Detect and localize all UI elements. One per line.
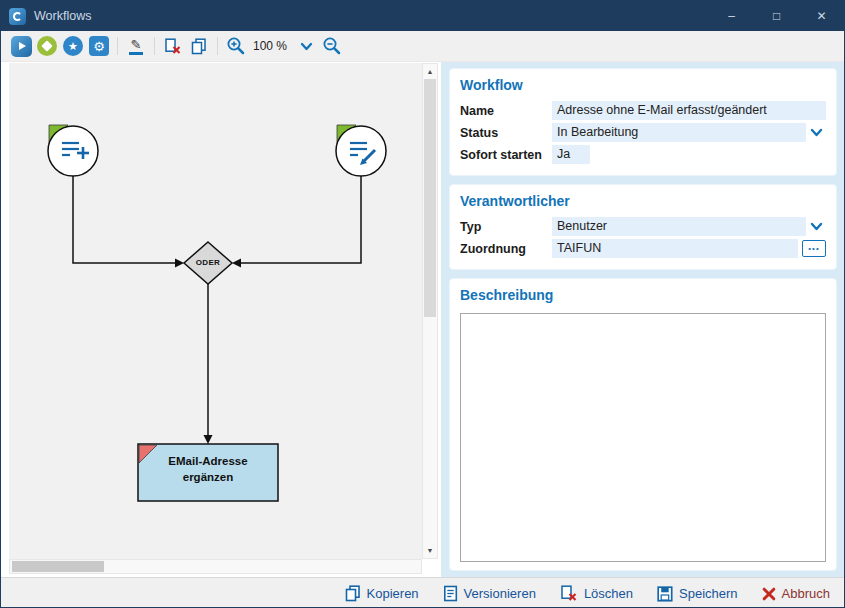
star-icon: ★ [63,36,83,56]
zoom-level-value[interactable]: 100 % [253,39,287,53]
scroll-up-icon[interactable]: ▲ [423,68,437,75]
typ-select[interactable]: Benutzer [552,217,806,236]
edit-color-button[interactable]: ✎ [123,34,149,58]
copy-icon [345,585,361,602]
window-controls: – □ ✕ [709,1,844,31]
name-input[interactable]: Adresse ohne E-Mail erfasst/geändert [552,101,826,120]
toolbar: ★ ⚙ ✎ [1,31,844,62]
zuordnung-row: Zuordnung TAIFUN ••• [460,239,826,258]
gear-icon: ⚙ [89,36,109,56]
zoom-in-icon [226,36,246,56]
verantwortlicher-card: Verantwortlicher Typ Benutzer Zuordnung … [449,184,837,270]
tag-icon [37,36,57,56]
version-document-icon [443,585,458,602]
ellipsis-icon: ••• [808,244,819,253]
verantwortlicher-heading: Verantwortlicher [460,193,826,209]
workflow-card: Workflow Name Adresse ohne E-Mail erfass… [449,68,837,176]
scroll-down-icon[interactable]: ▼ [423,547,437,554]
loeschen-button[interactable]: Löschen [560,585,633,602]
zuordnung-label: Zuordnung [460,242,552,256]
workflow-heading: Workflow [460,77,826,93]
connector-lines [73,176,361,435]
chevron-down-icon [810,128,823,137]
window-title: Workflows [34,9,91,23]
delete-element-button[interactable] [160,34,186,58]
cancel-x-icon [762,587,776,601]
toolbar-separator [117,37,118,55]
minimize-button[interactable]: – [709,1,754,31]
beschreibung-textarea[interactable] [460,313,826,562]
typ-label: Typ [460,220,552,234]
sofort-row: Sofort starten Ja [460,145,826,164]
horizontal-scrollbar[interactable] [9,559,422,574]
sofort-starten-label: Sofort starten [460,148,552,162]
save-icon [657,586,673,602]
name-row: Name Adresse ohne E-Mail erfasst/geänder… [460,101,826,120]
app-window: Workflows – □ ✕ ★ ⚙ ✎ [0,0,845,608]
zoom-in-button[interactable] [223,34,249,58]
copy-icon [191,38,207,55]
copy-element-button[interactable] [186,34,212,58]
typ-row: Typ Benutzer [460,217,826,236]
typ-dropdown-button[interactable] [806,222,826,231]
status-label: Status [460,126,552,140]
or-gateway-label: ODER [184,258,232,267]
sofort-starten-input[interactable]: Ja [552,145,590,164]
action-node-label: EMail-Adresse ergänzen [138,454,278,485]
beschreibung-card: Beschreibung [449,278,837,571]
zuordnung-lookup-button[interactable]: ••• [802,240,826,257]
kopieren-button[interactable]: Kopieren [345,585,419,602]
footer-bar: Kopieren Versionieren Löschen [1,577,844,608]
chevron-down-icon [810,222,823,231]
delete-document-icon [164,38,182,55]
vertical-scrollbar[interactable]: ▲ ▼ [422,63,438,559]
speichern-button[interactable]: Speichern [657,586,738,602]
settings-button[interactable]: ⚙ [86,34,112,58]
beschreibung-heading: Beschreibung [460,287,826,303]
titlebar: Workflows – □ ✕ [1,1,844,31]
workflow-icon [11,36,32,57]
status-dropdown-button[interactable] [806,128,826,137]
chevron-down-icon [300,42,313,51]
status-row: Status In Bearbeitung [460,123,826,142]
new-workflow-button[interactable] [8,34,34,58]
start-node-edit-record[interactable] [336,125,386,176]
delete-document-icon [560,585,578,602]
toolbar-separator [154,37,155,55]
vertical-scrollbar-thumb[interactable] [424,79,436,317]
abbruch-button[interactable]: Abbruch [762,586,830,601]
favorite-button[interactable]: ★ [60,34,86,58]
app-logo-icon [9,8,26,25]
zoom-out-button[interactable] [319,34,345,58]
zoom-out-icon [322,36,342,56]
toolbar-separator [217,37,218,55]
tag-button[interactable] [34,34,60,58]
workflow-canvas[interactable]: ODER EMail-Adresse ergänzen [9,63,422,559]
name-label: Name [460,104,552,118]
close-button[interactable]: ✕ [799,1,844,31]
horizontal-scrollbar-thumb[interactable] [12,561,104,572]
status-select[interactable]: In Bearbeitung [552,123,806,142]
pencil-icon: ✎ [129,38,143,55]
start-node-create-record[interactable] [48,125,98,176]
zoom-dropdown-button[interactable] [293,34,319,58]
zuordnung-input[interactable]: TAIFUN [552,239,798,258]
maximize-button[interactable]: □ [754,1,799,31]
properties-panel: Workflow Name Adresse ohne E-Mail erfass… [441,62,845,577]
versionieren-button[interactable]: Versionieren [443,585,536,602]
